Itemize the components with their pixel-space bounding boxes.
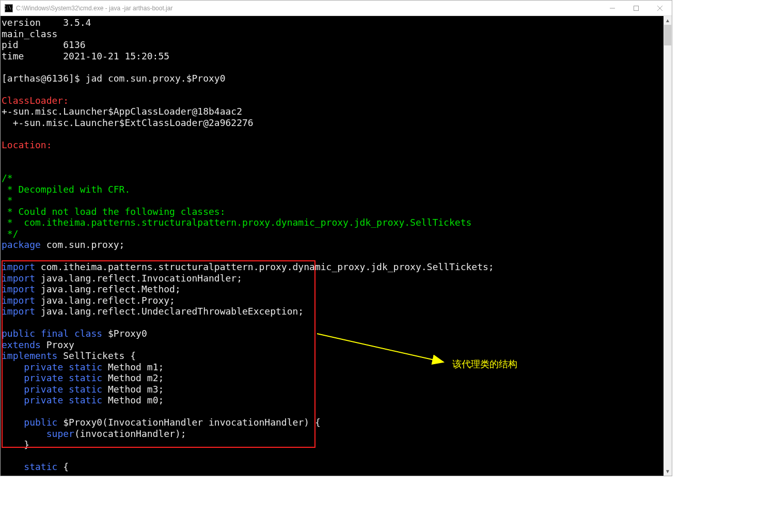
code-line: private static Method m1; xyxy=(2,362,164,372)
scrollbar-thumb[interactable] xyxy=(664,25,671,45)
cmd-icon: C:\. xyxy=(5,4,13,12)
comment-line: * com.itheima.patterns.structuralpattern… xyxy=(2,217,471,228)
code-line: private static Method m3; xyxy=(2,384,164,395)
window-title: C:\Windows\System32\cmd.exe - java -jar … xyxy=(16,5,601,12)
comment-line: /* xyxy=(2,173,13,183)
code-line: extends Proxy xyxy=(2,339,74,350)
code-line: private static Method m0; xyxy=(2,395,164,405)
info-line: time 2021-10-21 15:20:55 xyxy=(2,51,169,61)
terminal-area: version 3.5.4 main_class pid 6136 time 2… xyxy=(1,16,672,476)
code-line: import java.lang.reflect.Method; xyxy=(2,284,181,294)
info-line: main_class xyxy=(2,28,57,39)
cmd-window: C:\. C:\Windows\System32\cmd.exe - java … xyxy=(0,0,672,476)
minimize-button[interactable] xyxy=(601,1,624,15)
maximize-button[interactable] xyxy=(624,1,648,15)
code-line: } xyxy=(2,439,29,450)
code-line: implements SellTickets { xyxy=(2,350,136,361)
section-location: Location: xyxy=(2,139,52,150)
code-line: package com.sun.proxy; xyxy=(2,239,124,250)
code-line: super(invocationHandler); xyxy=(2,428,186,439)
titlebar[interactable]: C:\. C:\Windows\System32\cmd.exe - java … xyxy=(1,1,672,16)
classloader-line: +-sun.misc.Launcher$AppClassLoader@18b4a… xyxy=(2,106,242,117)
code-line: import java.lang.reflect.Proxy; xyxy=(2,295,175,306)
comment-line: * Decompiled with CFR. xyxy=(2,184,130,195)
prompt-line: [arthas@6136]$ jad com.sun.proxy.$Proxy0 xyxy=(2,73,226,84)
window-controls xyxy=(601,1,672,15)
svg-rect-1 xyxy=(634,6,639,10)
comment-line: * xyxy=(2,195,19,206)
vertical-scrollbar[interactable]: ▲ ▼ xyxy=(664,16,672,476)
comment-line: * Could not load the following classes: xyxy=(2,206,225,217)
annotation-label: 该代理类的结构 xyxy=(452,358,517,370)
scroll-up-icon[interactable]: ▲ xyxy=(664,16,672,25)
code-line: import java.lang.reflect.UndeclaredThrow… xyxy=(2,306,304,317)
terminal[interactable]: version 3.5.4 main_class pid 6136 time 2… xyxy=(1,16,664,476)
info-line: version 3.5.4 xyxy=(2,17,91,28)
code-line: import com.itheima.patterns.structuralpa… xyxy=(2,261,494,272)
code-line: public final class $Proxy0 xyxy=(2,328,147,339)
section-classloader: ClassLoader: xyxy=(2,95,69,106)
classloader-line: +-sun.misc.Launcher$ExtClassLoader@2a962… xyxy=(2,117,254,128)
code-line: import java.lang.reflect.InvocationHandl… xyxy=(2,273,242,284)
close-button[interactable] xyxy=(648,1,672,15)
code-line: private static Method m2; xyxy=(2,372,164,383)
scroll-down-icon[interactable]: ▼ xyxy=(664,467,672,476)
code-line: public $Proxy0(InvocationHandler invocat… xyxy=(2,417,321,428)
comment-line: */ xyxy=(2,228,19,239)
info-line: pid 6136 xyxy=(2,39,86,50)
code-line: static { xyxy=(2,461,69,472)
